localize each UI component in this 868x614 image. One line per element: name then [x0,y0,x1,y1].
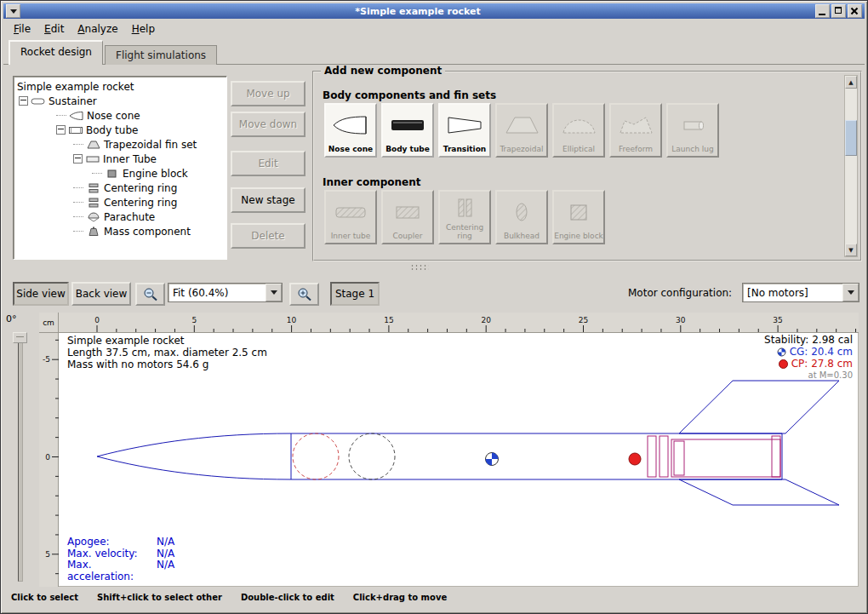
centering-ring-outline [648,436,656,477]
back-view-button[interactable]: Back view [71,282,131,306]
move-down-button[interactable]: Move down [231,112,306,137]
aft-ring-outline [772,436,780,477]
mass-component-outline [349,433,395,479]
zoom-select[interactable]: Fit (60.4%) [168,283,283,302]
rocket-canvas[interactable]: Simple example rocket Length 37.5 cm, ma… [59,333,859,587]
ruler-label: 5 [45,550,50,559]
inner-tube-icon [85,154,100,164]
rocket-info: Simple example rocket Length 37.5 cm, ma… [67,335,267,370]
side-view-button[interactable]: Side view [13,282,69,306]
window-title: *Simple example rocket [20,6,815,17]
zoom-out-button[interactable] [135,283,165,306]
tree-item-rocket[interactable]: Simple example rocket [17,79,226,94]
window-menu-icon[interactable] [6,4,20,18]
tree-item-centering-ring[interactable]: Centering ring [73,195,226,209]
tree-item-body-tube[interactable]: Body tube [56,123,226,137]
minimize-button[interactable] [815,4,830,18]
close-button[interactable] [848,4,862,18]
fin-set-icon [86,140,101,150]
rotation-slider-thumb[interactable] [13,332,27,343]
add-component-title: Add new component [321,65,445,77]
collapse-icon[interactable] [19,96,28,106]
chevron-down-icon[interactable] [266,284,282,301]
maximize-button[interactable] [831,4,846,18]
ruler-label: 30 [676,316,686,324]
zoom-in-icon [297,287,312,301]
add-transition-button[interactable]: Transition [438,103,491,158]
scroll-up-icon[interactable]: ▲ [845,76,857,89]
coupler-icon [383,192,432,232]
engine-block-outline [674,441,684,475]
add-body-tube-button[interactable]: Body tube [381,103,434,158]
add-freeform-fin-button[interactable]: Freeform [609,103,662,158]
tab-rocket-design[interactable]: Rocket design [9,40,103,65]
chevron-down-icon[interactable] [842,284,859,301]
tree-item-parachute[interactable]: Parachute [73,209,226,224]
stability-info: Stability: 2.98 cal CG: 20.4 cm CP: 27.8… [764,334,853,382]
menu-file[interactable]: File [7,20,37,37]
add-elliptical-fin-button[interactable]: Elliptical [552,103,605,158]
tree-item-inner-tube[interactable]: Inner Tube [73,152,226,166]
zoom-out-icon [143,287,158,301]
stage-icon [31,96,46,106]
stability-value: Stability: 2.98 cal [764,334,853,346]
ruler-label: 25 [579,316,588,324]
tree-connector [73,144,83,145]
max-velocity-value: N/A [157,548,174,560]
rocket-mass: Mass with no motors 54.6 g [67,359,267,370]
collapse-icon[interactable] [56,125,66,135]
component-scrollbar[interactable]: ▲ ▼ [844,75,858,257]
tree-item-mass-component[interactable]: Mass component [73,224,226,238]
horizontal-ruler: 05101520253035 [59,313,859,333]
transition-icon [440,105,489,145]
move-up-button[interactable]: Move up [231,81,306,106]
tree-item-nose-cone[interactable]: Nose cone [56,108,226,123]
stage-1-toggle[interactable]: Stage 1 [330,282,380,306]
add-nose-cone-button[interactable]: Nose cone [324,103,377,158]
inner-tube-icon [326,192,375,232]
title-bar[interactable]: *Simple example rocket [3,3,865,19]
hint-click-drag: Click+drag to move [353,593,447,602]
launch-lug-icon [668,105,717,145]
splitter-grip-icon [410,264,429,270]
tree-item-fin-set[interactable]: Trapezoidal fin set [73,137,226,152]
add-coupler-button[interactable]: Coupler [381,190,434,244]
body-components-label: Body components and fin sets [323,89,496,101]
menu-edit[interactable]: Edit [37,20,71,37]
delete-button[interactable]: Delete [231,223,306,249]
new-stage-button[interactable]: New stage [231,187,306,213]
cp-value: CP: 27.8 cm [791,358,853,370]
cg-marker [486,453,499,466]
motor-configuration-select[interactable]: [No motors] [742,283,859,302]
tree-item-sustainer[interactable]: Sustainer [19,94,226,108]
add-engine-block-button[interactable]: Engine block [552,190,605,244]
menu-help[interactable]: Help [125,20,162,37]
hint-double-click: Double-click to edit [241,593,334,602]
split-pane-divider[interactable] [3,261,865,272]
tree-connector [73,202,83,203]
centering-ring-outline [660,436,668,477]
edit-button[interactable]: Edit [231,151,306,176]
component-tree[interactable]: Simple example rocket Sustainer Nose con… [13,76,227,260]
ruler-label: 20 [481,316,491,324]
menu-analyze[interactable]: Analyze [71,20,124,37]
tree-item-centering-ring[interactable]: Centering ring [73,181,226,195]
add-centering-ring-button[interactable]: Centering ring [438,190,491,244]
tree-item-engine-block[interactable]: Engine block [92,166,226,181]
collapse-icon[interactable] [73,154,83,164]
scrollbar-thumb[interactable] [845,120,857,156]
tree-connector [73,231,83,232]
ruler-unit-label: cm [39,313,59,333]
parachute-outline [293,433,339,479]
zoom-in-button[interactable] [289,283,319,306]
tab-flight-simulations[interactable]: Flight simulations [105,45,217,65]
engine-block-icon [554,192,603,232]
rotation-slider-track[interactable] [18,335,23,582]
ruler-label: 15 [384,316,393,324]
scroll-down-icon[interactable]: ▼ [845,244,857,256]
add-bulkhead-button[interactable]: Bulkhead [495,190,548,244]
add-trapezoidal-fin-button[interactable]: Trapezoidal [495,103,548,158]
cg-value: CG: 20.4 cm [790,346,853,358]
add-inner-tube-button[interactable]: Inner tube [324,190,377,244]
add-launch-lug-button[interactable]: Launch lug [666,103,719,158]
